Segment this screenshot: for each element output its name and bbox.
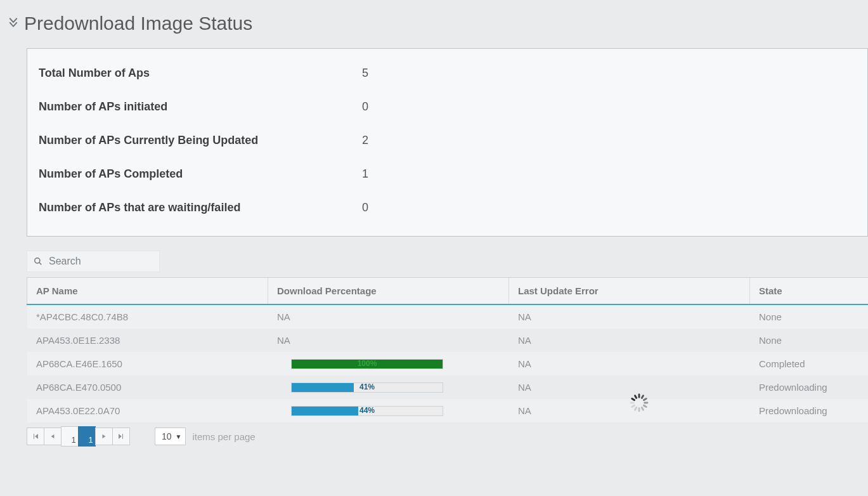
pager-first-button[interactable] <box>27 427 44 445</box>
progress-label: 44% <box>292 406 443 415</box>
cell-last-error: NA <box>509 329 750 352</box>
progress-bar: 41% <box>291 382 443 393</box>
cell-ap-name: AP68CA.E470.0500 <box>27 375 268 399</box>
table-row[interactable]: AP68CA.E470.050041%NAPredownloading <box>27 375 869 399</box>
column-header-last-error[interactable]: Last Update Error <box>509 278 750 305</box>
chevron-double-down-icon <box>8 16 19 30</box>
pager-prev-button[interactable] <box>44 427 62 445</box>
page-size-value: 10 <box>162 431 172 441</box>
cell-state: Predownloading <box>750 399 869 422</box>
search-icon <box>34 257 42 266</box>
svg-point-0 <box>35 258 40 263</box>
cell-last-error: NA <box>509 375 750 399</box>
cell-last-error: NA <box>509 352 750 375</box>
cell-ap-name: AP68CA.E46E.1650 <box>27 352 268 375</box>
table-row[interactable]: AP68CA.E46E.1650100%NACompleted <box>27 352 869 375</box>
pager-next-button[interactable] <box>95 427 113 445</box>
cell-last-error: NA <box>509 399 750 422</box>
cell-download-pct: 44% <box>268 399 509 422</box>
items-per-page-label: items per page <box>192 431 255 442</box>
summary-value: 1 <box>362 167 856 181</box>
dropdown-icon: ▼ <box>176 433 182 440</box>
summary-panel: Total Number of Aps5Number of APs initia… <box>27 48 868 237</box>
pagination: 11 10 ▼ items per page <box>27 426 868 447</box>
summary-label: Number of APs Completed <box>39 167 362 181</box>
svg-line-1 <box>39 263 42 265</box>
cell-last-error: NA <box>509 304 750 329</box>
summary-label: Number of APs that are waiting/failed <box>39 201 362 214</box>
search-input-wrapper[interactable] <box>27 251 160 272</box>
summary-value: 5 <box>362 67 856 80</box>
summary-label: Number of APs Currently Being Updated <box>39 134 362 147</box>
search-input[interactable] <box>48 255 143 268</box>
summary-value: 0 <box>362 201 856 214</box>
column-header-ap-name[interactable]: AP Name <box>27 278 268 305</box>
progress-label: 41% <box>292 382 443 391</box>
cell-download-pct: NA <box>268 329 509 352</box>
progress-bar: 100% <box>291 359 443 369</box>
section-header[interactable]: Predownload Image Status <box>8 13 868 34</box>
cell-ap-name: *AP4CBC.48C0.74B8 <box>27 304 268 329</box>
summary-value: 2 <box>362 134 856 147</box>
cell-state: None <box>750 304 869 329</box>
cell-state: Completed <box>750 352 869 375</box>
summary-value: 0 <box>362 100 856 114</box>
pager-page-button[interactable]: 1 <box>78 426 96 447</box>
pager-last-button[interactable] <box>112 427 130 445</box>
column-header-state[interactable]: State <box>750 278 869 305</box>
page-size-select[interactable]: 10 ▼ <box>155 427 186 445</box>
cell-ap-name: APA453.0E22.0A70 <box>27 399 268 422</box>
table-row[interactable]: *AP4CBC.48C0.74B8NANANone <box>27 304 869 329</box>
progress-bar: 44% <box>291 406 443 416</box>
page-title: Predownload Image Status <box>24 13 252 34</box>
summary-label: Number of APs initiated <box>39 100 362 114</box>
cell-state: Predownloading <box>750 375 869 399</box>
table-row[interactable]: APA453.0E1E.2338NANANone <box>27 329 869 352</box>
progress-label: 100% <box>292 359 443 368</box>
pager-page-button[interactable]: 1 <box>61 426 79 447</box>
cell-ap-name: APA453.0E1E.2338 <box>27 329 268 352</box>
cell-download-pct: 41% <box>268 375 509 399</box>
table-row[interactable]: APA453.0E22.0A7044%NAPredownloading <box>27 399 869 422</box>
cell-state: None <box>750 329 869 352</box>
ap-status-table: AP Name Download Percentage Last Update … <box>27 277 868 422</box>
cell-download-pct: NA <box>268 304 509 329</box>
cell-download-pct: 100% <box>268 352 509 375</box>
column-header-download-pct[interactable]: Download Percentage <box>268 278 509 305</box>
summary-label: Total Number of Aps <box>39 67 362 80</box>
